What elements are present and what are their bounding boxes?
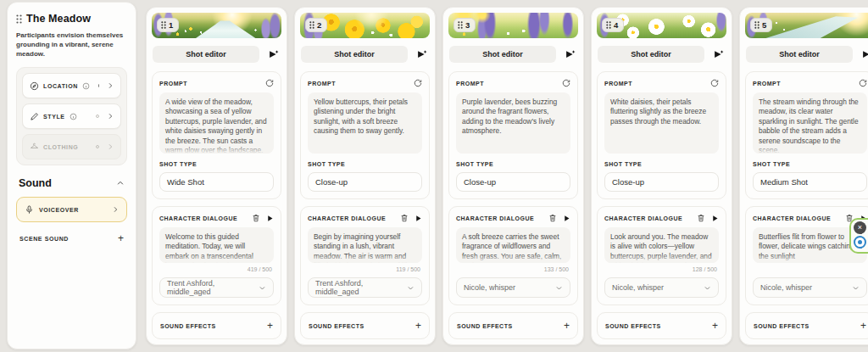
generate-shot-icon[interactable] <box>265 47 281 62</box>
add-sound-effect-icon[interactable]: + <box>267 321 273 331</box>
shot-editor-button[interactable]: Shot editor <box>746 46 853 63</box>
shot-number-badge[interactable]: 1 <box>157 18 179 32</box>
shot-type-label: SHOT TYPE <box>456 161 570 167</box>
prompt-textarea[interactable]: Purple lavender, bees buzzing around the… <box>456 92 570 154</box>
generate-shot-icon[interactable] <box>562 47 577 62</box>
regenerate-prompt-icon[interactable] <box>859 79 867 87</box>
voice-select[interactable]: Nicole, whisper <box>753 277 867 298</box>
shot-thumbnail[interactable]: 4 <box>597 13 726 38</box>
voiceover-button[interactable]: VOICEOVER <box>16 197 127 222</box>
clothing-icon <box>30 142 39 152</box>
add-scene-sound-icon[interactable]: + <box>118 233 124 243</box>
prompt-section: PROMPT White daisies, their petals flutt… <box>597 71 726 199</box>
sound-effects-section[interactable]: SOUND EFFECTS + <box>300 312 430 339</box>
shot-number-badge[interactable]: 4 <box>602 18 624 32</box>
voice-value: Trent Ashford, middle_aged <box>167 279 259 296</box>
scene-sound-row[interactable]: SCENE SOUND + <box>16 227 127 249</box>
add-sound-effect-icon[interactable]: + <box>564 321 570 331</box>
shot-thumbnail[interactable]: 1 <box>152 13 281 38</box>
generate-shot-icon[interactable] <box>414 47 429 62</box>
sound-effects-section[interactable]: SOUND EFFECTS + <box>448 312 578 339</box>
prompt-textarea[interactable]: Yellow buttercups, their petals glisteni… <box>308 92 422 154</box>
dialogue-textarea[interactable]: Begin by imagining yourself standing in … <box>308 227 422 263</box>
delete-dialogue-icon[interactable] <box>252 214 260 222</box>
voice-value: Nicole, whisper <box>464 283 515 292</box>
chevron-right-icon <box>107 82 114 89</box>
voice-select[interactable]: Trent Ashford, middle_aged <box>159 277 274 298</box>
location-icon <box>30 81 39 91</box>
char-count: 119 / 500 <box>309 266 420 273</box>
prompt-textarea[interactable]: White daisies, their petals fluttering s… <box>604 92 719 154</box>
delete-dialogue-icon[interactable] <box>400 214 409 222</box>
play-dialogue-icon[interactable] <box>415 215 422 222</box>
character-dialogue-label: CHARACTER DIALOGUE <box>456 215 534 221</box>
voice-select[interactable]: Nicole, whisper <box>604 277 719 298</box>
shot-type-input[interactable]: Medium Shot <box>753 172 867 192</box>
shot-editor-button[interactable]: Shot editor <box>598 46 704 63</box>
generate-shot-icon[interactable] <box>710 47 726 62</box>
shot-number-badge[interactable]: 2 <box>305 18 327 32</box>
voice-select[interactable]: Nicole, whisper <box>456 277 570 298</box>
prompt-textarea[interactable]: A wide view of the meadow, showcasing a … <box>159 92 274 154</box>
shot-type-input[interactable]: Wide Shot <box>159 172 274 192</box>
shot-thumbnail[interactable]: 2 <box>300 13 430 38</box>
sound-effects-label: SOUND EFFECTS <box>605 323 661 329</box>
drag-handle-icon[interactable] <box>16 14 22 24</box>
chevron-down-icon <box>259 284 266 292</box>
recorder-overlay: × <box>849 218 868 254</box>
dialogue-section: CHARACTER DIALOGUE Butterflies flit from… <box>745 206 868 305</box>
app-root: The Meadow Participants envision themsel… <box>0 0 868 352</box>
shot-type-input[interactable]: Close-up <box>456 172 570 192</box>
sidebar-item-label: STYLE <box>43 114 65 120</box>
chevron-up-icon[interactable] <box>116 179 125 187</box>
generate-shot-icon[interactable] <box>859 47 868 62</box>
voice-select[interactable]: Trent Ashford, middle_aged <box>308 277 422 298</box>
voiceover-label: VOICEOVER <box>39 207 79 213</box>
sound-effects-section[interactable]: SOUND EFFECTS + <box>152 312 281 339</box>
shot-thumbnail[interactable]: 5 <box>745 13 868 38</box>
shot-type-input[interactable]: Close-up <box>308 172 422 192</box>
shot-type-label: SHOT TYPE <box>159 161 274 167</box>
shot-editor-button[interactable]: Shot editor <box>449 46 556 63</box>
add-sound-effect-icon[interactable]: + <box>712 321 718 331</box>
close-icon[interactable]: × <box>854 221 866 234</box>
chevron-down-icon <box>555 284 563 292</box>
shot-number: 1 <box>169 20 173 30</box>
char-count: 419 / 500 <box>161 266 272 273</box>
shot-number-badge[interactable]: 5 <box>750 18 772 32</box>
sidebar-item-clothing[interactable]: CLOTHING <box>22 134 121 159</box>
dialogue-textarea[interactable]: A soft breeze carries the sweet fragranc… <box>456 227 570 263</box>
shot-thumbnail[interactable]: 3 <box>448 13 578 38</box>
play-dialogue-icon[interactable] <box>711 215 719 222</box>
shot-type-input[interactable]: Close-up <box>604 172 719 192</box>
character-dialogue-label: CHARACTER DIALOGUE <box>604 215 682 221</box>
play-dialogue-icon[interactable] <box>266 215 274 222</box>
character-dialogue-label: CHARACTER DIALOGUE <box>159 215 237 221</box>
chevron-right-icon <box>107 113 114 120</box>
delete-dialogue-icon[interactable] <box>548 214 557 222</box>
sidebar-item-location[interactable]: LOCATION <box>22 73 121 98</box>
char-count: 133 / 500 <box>458 266 569 273</box>
sidebar-item-style[interactable]: STYLE <box>22 103 121 129</box>
scene-description: Participants envision themselves groundi… <box>16 31 127 59</box>
scene-settings-group: LOCATION STYLE <box>16 67 127 165</box>
sound-effects-section[interactable]: SOUND EFFECTS + <box>597 312 726 339</box>
add-sound-effect-icon[interactable]: + <box>415 321 421 331</box>
sound-effects-section[interactable]: SOUND EFFECTS + <box>745 312 868 339</box>
dialogue-textarea[interactable]: Welcome to this guided meditation. Today… <box>159 227 274 263</box>
play-dialogue-icon[interactable] <box>563 215 570 222</box>
shot-editor-button[interactable]: Shot editor <box>153 46 259 63</box>
dialogue-textarea[interactable]: Look around you. The meadow is alive wit… <box>604 227 719 263</box>
regenerate-prompt-icon[interactable] <box>414 79 422 87</box>
character-dialogue-label: CHARACTER DIALOGUE <box>308 215 386 221</box>
prompt-textarea[interactable]: The stream winding through the meadow, i… <box>753 92 867 154</box>
record-icon[interactable] <box>854 236 866 249</box>
regenerate-prompt-icon[interactable] <box>265 79 274 87</box>
shot-number-badge[interactable]: 3 <box>453 18 476 32</box>
add-sound-effect-icon[interactable]: + <box>860 321 866 331</box>
status-dot-filled <box>98 84 99 87</box>
delete-dialogue-icon[interactable] <box>697 214 705 222</box>
regenerate-prompt-icon[interactable] <box>710 79 719 87</box>
regenerate-prompt-icon[interactable] <box>562 79 570 87</box>
shot-editor-button[interactable]: Shot editor <box>301 46 408 63</box>
